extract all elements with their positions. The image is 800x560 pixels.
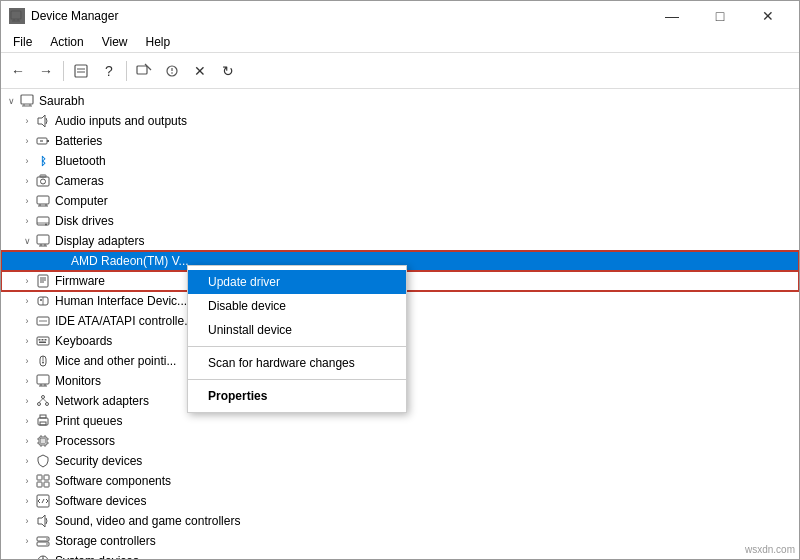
sound-label: Sound, video and game controllers <box>55 514 240 528</box>
tree-item-software-dev[interactable]: › Software devices <box>1 491 799 511</box>
svg-rect-78 <box>44 475 49 480</box>
keyboards-arrow: › <box>19 336 35 346</box>
tree-root[interactable]: ∨ Saurabh <box>1 91 799 111</box>
svg-line-8 <box>145 64 151 70</box>
tree-item-computer[interactable]: › Computer <box>1 191 799 211</box>
disk-label: Disk drives <box>55 214 114 228</box>
svg-marker-16 <box>38 115 45 127</box>
toolbar: ← → ? ✕ ↻ <box>1 53 799 89</box>
cameras-label: Cameras <box>55 174 104 188</box>
svg-rect-65 <box>40 415 46 418</box>
software-comp-arrow: › <box>19 476 35 486</box>
svg-rect-38 <box>38 275 48 287</box>
context-menu-disable[interactable]: Disable device <box>188 294 406 318</box>
mice-label: Mice and other pointi... <box>55 354 176 368</box>
system-icon <box>35 553 51 559</box>
security-label: Security devices <box>55 454 142 468</box>
cameras-icon <box>35 173 51 189</box>
window-controls: — □ ✕ <box>649 1 791 31</box>
network-icon <box>35 393 51 409</box>
toolbar-help[interactable]: ? <box>96 58 122 84</box>
svg-point-11 <box>171 72 173 74</box>
svg-rect-50 <box>45 339 47 341</box>
firmware-label: Firmware <box>55 274 105 288</box>
menu-bar: File Action View Help <box>1 31 799 53</box>
bluetooth-label: Bluetooth <box>55 154 106 168</box>
maximize-button[interactable]: □ <box>697 1 743 31</box>
batteries-arrow: › <box>19 136 35 146</box>
window-title: Device Manager <box>31 9 649 23</box>
bluetooth-icon: ᛒ <box>35 153 51 169</box>
toolbar-scan[interactable] <box>159 58 185 84</box>
firmware-arrow: › <box>19 276 35 286</box>
context-menu-scan[interactable]: Scan for hardware changes <box>188 351 406 375</box>
separator-2 <box>126 61 127 81</box>
title-bar: Device Manager — □ ✕ <box>1 1 799 31</box>
toolbar-disable[interactable]: ✕ <box>187 58 213 84</box>
menu-action[interactable]: Action <box>42 33 91 51</box>
svg-point-59 <box>42 396 45 399</box>
tree-item-software-comp[interactable]: › Software components <box>1 471 799 491</box>
processors-icon <box>35 433 51 449</box>
svg-rect-27 <box>37 217 49 225</box>
svg-point-44 <box>40 299 42 301</box>
menu-view[interactable]: View <box>94 33 136 51</box>
tree-item-audio[interactable]: › Audio inputs and outputs <box>1 111 799 131</box>
security-icon <box>35 453 51 469</box>
tree-item-disk[interactable]: › Disk drives <box>1 211 799 231</box>
svg-rect-12 <box>21 95 33 104</box>
toolbar-back[interactable]: ← <box>5 58 31 84</box>
system-arrow: › <box>19 556 35 559</box>
network-arrow: › <box>19 396 35 406</box>
software-dev-icon <box>35 493 51 509</box>
print-arrow: › <box>19 416 35 426</box>
minimize-button[interactable]: — <box>649 1 695 31</box>
context-menu-uninstall[interactable]: Uninstall device <box>188 318 406 342</box>
storage-icon <box>35 533 51 549</box>
svg-rect-18 <box>47 140 49 142</box>
tree-item-batteries[interactable]: › Batteries <box>1 131 799 151</box>
system-label: System devices <box>55 554 139 559</box>
software-comp-icon <box>35 473 51 489</box>
tree-item-processors[interactable]: › Processors <box>1 431 799 451</box>
processors-arrow: › <box>19 436 35 446</box>
disk-arrow: › <box>19 216 35 226</box>
audio-label: Audio inputs and outputs <box>55 114 187 128</box>
svg-point-54 <box>42 362 44 364</box>
tree-item-security[interactable]: › Security devices <box>1 451 799 471</box>
tree-item-bluetooth[interactable]: › ᛒ Bluetooth <box>1 151 799 171</box>
batteries-icon <box>35 133 51 149</box>
tree-item-sound[interactable]: › Sound, video and game controllers <box>1 511 799 531</box>
keyboards-icon <box>35 333 51 349</box>
svg-rect-30 <box>37 235 49 244</box>
svg-rect-55 <box>37 375 49 384</box>
svg-rect-22 <box>40 175 46 177</box>
print-label: Print queues <box>55 414 122 428</box>
svg-line-63 <box>43 399 47 403</box>
computer-label: Computer <box>55 194 108 208</box>
cameras-arrow: › <box>19 176 35 186</box>
svg-rect-47 <box>37 337 49 345</box>
tree-item-print[interactable]: › Print queues <box>1 411 799 431</box>
svg-rect-77 <box>37 475 42 480</box>
context-menu-sep1 <box>188 346 406 347</box>
tree-item-display[interactable]: ∨ Display adapters <box>1 231 799 251</box>
toolbar-properties[interactable] <box>68 58 94 84</box>
disk-icon <box>35 213 51 229</box>
tree-item-system[interactable]: › System devices <box>1 551 799 559</box>
toolbar-refresh[interactable]: ↻ <box>215 58 241 84</box>
close-button[interactable]: ✕ <box>745 1 791 31</box>
svg-point-21 <box>41 179 46 184</box>
menu-file[interactable]: File <box>5 33 40 51</box>
software-dev-label: Software devices <box>55 494 146 508</box>
svg-rect-49 <box>42 339 44 341</box>
tree-item-cameras[interactable]: › Cameras <box>1 171 799 191</box>
context-menu-properties[interactable]: Properties <box>188 384 406 408</box>
context-menu-update[interactable]: Update driver <box>188 270 406 294</box>
menu-help[interactable]: Help <box>138 33 179 51</box>
toolbar-forward[interactable]: → <box>33 58 59 84</box>
toolbar-update[interactable] <box>131 58 157 84</box>
root-icon <box>19 93 35 109</box>
tree-item-storage[interactable]: › Storage controllers <box>1 531 799 551</box>
svg-rect-4 <box>75 65 87 77</box>
